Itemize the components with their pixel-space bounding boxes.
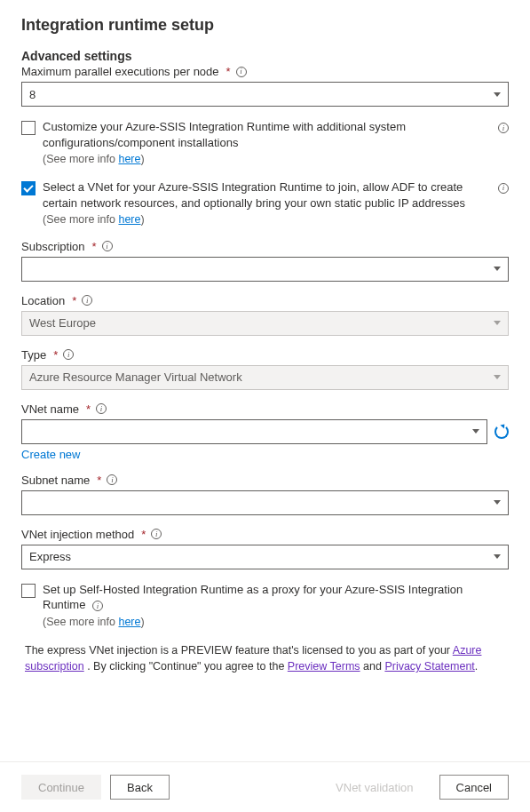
info-icon[interactable]: i (82, 295, 92, 306)
customize-option: Customize your Azure-SSIS Integration Ru… (21, 119, 509, 167)
max-parallel-value: 8 (29, 88, 36, 101)
shir-option: Set up Self-Hosted Integration Runtime a… (21, 582, 509, 630)
vnet-label: Select a VNet for your Azure-SSIS Integr… (43, 180, 465, 210)
info-icon[interactable]: i (498, 123, 509, 133)
injection-value: Express (29, 550, 71, 563)
footer: Continue Back VNet validation Cancel (0, 761, 530, 812)
type-label: Type (21, 348, 46, 362)
required-asterisk: * (226, 65, 231, 78)
required-asterisk: * (53, 348, 58, 362)
chevron-down-icon (494, 554, 501, 559)
injection-label: VNet injection method (21, 528, 134, 541)
max-parallel-label: Maximum parallel executions per node (21, 65, 219, 78)
chevron-down-icon (494, 375, 501, 379)
chevron-down-icon (494, 92, 501, 97)
vnet-option: Select a VNet for your Azure-SSIS Integr… (21, 179, 509, 227)
vnet-here-link[interactable]: here (118, 213, 140, 226)
page-title: Integration runtime setup (21, 16, 509, 35)
subnet-name-label: Subnet name (21, 474, 90, 487)
chevron-down-icon (494, 500, 501, 505)
vnet-validation-button: VNet validation (319, 775, 430, 800)
chevron-down-icon (494, 267, 501, 271)
shir-label: Set up Self-Hosted Integration Runtime a… (43, 583, 463, 612)
section-title: Advanced settings (21, 49, 509, 63)
location-label: Location (21, 294, 65, 307)
vnet-name-select[interactable] (21, 419, 487, 444)
required-asterisk: * (141, 528, 146, 541)
location-value: West Europe (29, 316, 96, 330)
location-select: West Europe (21, 311, 509, 336)
continue-button: Continue (21, 775, 101, 800)
subscription-field: Subscription * i (21, 240, 509, 282)
cancel-button[interactable]: Cancel (439, 775, 509, 800)
shir-checkbox[interactable] (21, 584, 36, 598)
refresh-icon[interactable] (494, 425, 509, 439)
type-value: Azure Resource Manager Virtual Network (29, 370, 242, 384)
max-parallel-field: Maximum parallel executions per node * i… (21, 65, 509, 107)
customize-here-link[interactable]: here (118, 153, 140, 165)
required-asterisk: * (86, 402, 91, 416)
subnet-name-select[interactable] (21, 490, 509, 515)
max-parallel-select[interactable]: 8 (21, 82, 509, 107)
back-button[interactable]: Back (110, 775, 170, 800)
required-asterisk: * (92, 240, 97, 253)
subscription-select[interactable] (21, 257, 509, 282)
customize-checkbox[interactable] (21, 121, 36, 135)
info-icon[interactable]: i (498, 183, 509, 194)
customize-label: Customize your Azure-SSIS Integration Ru… (43, 120, 406, 149)
required-asterisk: * (97, 474, 101, 487)
privacy-statement-link[interactable]: Privacy Statement (384, 660, 474, 673)
info-icon[interactable]: i (236, 67, 247, 77)
info-icon[interactable]: i (107, 474, 117, 485)
info-icon[interactable]: i (96, 403, 107, 414)
vnet-checkbox[interactable] (21, 181, 36, 195)
info-icon[interactable]: i (151, 529, 162, 539)
location-field: Location * i West Europe (21, 294, 509, 336)
info-icon[interactable]: i (92, 601, 103, 611)
subnet-name-field: Subnet name * i (21, 474, 509, 515)
preview-terms-link[interactable]: Preview Terms (288, 660, 360, 673)
injection-method-field: VNet injection method * i Express (21, 528, 509, 569)
vnet-name-field: VNet name * i Create new (21, 402, 509, 461)
customize-see-more: (See more info here) (43, 152, 487, 167)
info-icon[interactable]: i (63, 349, 74, 360)
shir-here-link[interactable]: here (118, 616, 140, 628)
required-asterisk: * (72, 294, 76, 307)
injection-select[interactable]: Express (21, 545, 509, 569)
subscription-label: Subscription (21, 240, 85, 253)
chevron-down-icon (472, 429, 479, 434)
type-select: Azure Resource Manager Virtual Network (21, 365, 509, 390)
chevron-down-icon (494, 321, 501, 325)
vnet-name-label: VNet name (21, 402, 79, 416)
create-new-link[interactable]: Create new (21, 448, 80, 461)
vnet-see-more: (See more info here) (43, 212, 487, 227)
type-field: Type * i Azure Resource Manager Virtual … (21, 348, 509, 390)
shir-see-more: (See more info here) (43, 615, 509, 630)
info-icon[interactable]: i (102, 241, 113, 251)
preview-note: The express VNet injection is a PREVIEW … (21, 642, 509, 674)
